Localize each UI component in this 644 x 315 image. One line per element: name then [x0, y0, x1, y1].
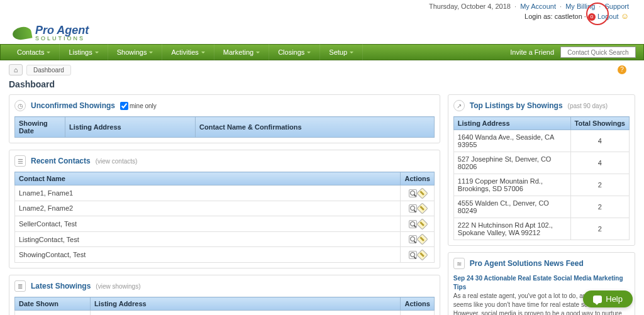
top-listings-title: Top Listings by Showings: [470, 101, 563, 110]
table-row: 527 Josephine St, Denver, CO 802064: [453, 152, 629, 174]
login-row: Login as: castleton · 0 Logout ☺: [0, 11, 644, 23]
recent-contacts-title: Recent Contacts: [31, 157, 91, 165]
table-row: ShowingContact, Test: [15, 247, 435, 263]
list-icon: ≣: [14, 280, 26, 292]
contact-name-cell: ShowingContact, Test: [15, 247, 401, 263]
news-title[interactable]: Sep 24 30 Actionable Real Estate Social …: [453, 274, 630, 292]
col-total-showings: Total Showings: [570, 117, 629, 130]
edit-icon[interactable]: [416, 234, 428, 245]
latest-showings-title: Latest Showings: [31, 282, 91, 290]
nav-contacts[interactable]: Contacts: [8, 44, 60, 60]
view-icon[interactable]: [409, 235, 417, 243]
nav-closings[interactable]: Closings: [269, 44, 320, 60]
total-cell: 2: [570, 174, 629, 196]
table-row: 1119 Copper Mountain Rd., Brookings, SD …: [453, 174, 629, 196]
chevron-down-icon: [47, 52, 50, 53]
edit-icon[interactable]: [416, 218, 428, 229]
nav-setup[interactable]: Setup: [320, 44, 363, 60]
table-row: 4555 Walden Ct., Denver, CO 802492: [453, 196, 629, 218]
col-contact-confirm: Contact Name & Confirmations: [196, 117, 435, 138]
nav-showings[interactable]: Showings: [108, 44, 163, 60]
address-cell: 222 N Hutchinson Rd Apt 102., Spokane Va…: [453, 218, 570, 240]
total-cell: 4: [570, 130, 629, 152]
main-nav: ContactsListingsShowingsActivitiesMarket…: [0, 44, 644, 60]
support-link[interactable]: Support: [604, 3, 629, 10]
help-label: Help: [606, 294, 623, 304]
edit-icon[interactable]: [416, 187, 428, 199]
table-row: Lname2, Fname2: [15, 201, 435, 216]
feedback-icon[interactable]: ☺: [621, 11, 629, 21]
logo-text-main: Pro Agent: [35, 25, 89, 36]
edit-icon[interactable]: [416, 203, 428, 214]
total-cell: 4: [570, 152, 629, 174]
latest-showings-table: Date Shown Listing Address Actions 10/5/…: [14, 297, 435, 315]
my-account-link[interactable]: My Account: [520, 3, 556, 10]
my-billing-link[interactable]: My Billing: [565, 3, 595, 10]
contact-name-cell: ListingContact, Test: [15, 231, 401, 247]
notification-badge[interactable]: 0: [588, 13, 596, 21]
chevron-down-icon: [149, 52, 153, 53]
top-listings-table: Listing Address Total Showings 1640 Wand…: [453, 116, 630, 240]
chevron-down-icon: [95, 52, 99, 53]
table-row: ListingContact, Test: [15, 231, 435, 247]
col-contact-name: Contact Name: [15, 172, 401, 185]
unconfirmed-table: Showing Date Listing Address Contact Nam…: [14, 116, 435, 138]
logout-link[interactable]: Logout: [597, 13, 619, 20]
person-icon: ☰: [14, 155, 26, 167]
contact-quick-search-input[interactable]: [560, 47, 636, 58]
latest-showings-panel: ≣ Latest Showings (view showings) Date S…: [9, 275, 440, 315]
invite-friend-link[interactable]: Invite a Friend: [510, 48, 554, 56]
chevron-down-icon: [307, 52, 311, 53]
top-listings-panel: ↗ Top Listings by Showings (past 90 days…: [448, 94, 635, 246]
view-contacts-link[interactable]: (view contacts): [96, 158, 138, 165]
logo-swoosh-icon: [11, 25, 32, 41]
chevron-down-icon: [201, 52, 205, 53]
breadcrumb-item[interactable]: Dashboard: [26, 65, 71, 75]
contact-name-cell: SellerContact, Test: [15, 216, 401, 232]
view-icon[interactable]: [409, 204, 417, 213]
clock-icon: ◷: [14, 100, 26, 111]
nav-listings[interactable]: Listings: [60, 44, 108, 60]
help-icon[interactable]: ?: [618, 65, 626, 74]
col-listing-address: Listing Address: [453, 117, 570, 130]
contact-name-cell: Lname2, Fname2: [15, 201, 401, 216]
chat-bubble-icon: [593, 296, 602, 303]
breadcrumb: ⌂ Dashboard ?: [9, 64, 635, 75]
recent-contacts-panel: ☰ Recent Contacts (view contacts) Contac…: [9, 150, 440, 268]
edit-icon[interactable]: [416, 249, 428, 260]
nav-activities[interactable]: Activities: [162, 44, 214, 60]
address-cell: 4555 Walden Ct., Denver, CO 80249: [453, 196, 570, 218]
col-actions: Actions: [401, 172, 434, 185]
top-listings-sub: (past 90 days): [568, 102, 608, 109]
view-icon[interactable]: [409, 189, 417, 197]
table-row: SellerContact, Test: [15, 216, 435, 232]
col-listing-address: Listing Address: [91, 297, 401, 311]
help-widget[interactable]: Help: [583, 290, 633, 307]
view-showings-link[interactable]: (view showings): [96, 283, 140, 290]
table-row: 1640 Wanda Ave., Seaside, CA 939554: [453, 130, 629, 152]
nav-marketing[interactable]: Marketing: [214, 44, 269, 60]
chart-icon: ↗: [453, 100, 465, 111]
page-title: Dashboard: [9, 79, 635, 89]
total-cell: 2: [570, 218, 629, 240]
contact-name-cell: Lname1, Fname1: [15, 185, 401, 201]
col-showing-date: Showing Date: [15, 117, 65, 138]
total-cell: 2: [570, 196, 629, 218]
news-feed-title: Pro Agent Solutions News Feed: [470, 259, 584, 268]
login-as-text: Login as: castleton: [525, 13, 582, 20]
view-icon[interactable]: [409, 251, 417, 259]
logo[interactable]: Pro Agent SOLUTIONS: [13, 25, 89, 41]
top-info-bar: Thursday, October 4, 2018 · My Account ·…: [0, 0, 644, 11]
address-cell: 1119 Copper Mountain Rd., Brookings, SD …: [453, 174, 570, 196]
col-date-shown: Date Shown: [15, 297, 91, 311]
home-icon[interactable]: ⌂: [9, 64, 23, 75]
mine-only-label[interactable]: mine only: [120, 102, 157, 110]
date-cell: 10/5/2018 1:00:00 AM: [15, 311, 91, 315]
table-row: Lname1, Fname1: [15, 185, 435, 201]
logo-text-sub: SOLUTIONS: [35, 36, 89, 41]
chevron-down-icon: [350, 52, 353, 53]
col-actions: Actions: [401, 297, 434, 311]
mine-only-checkbox[interactable]: [120, 102, 128, 110]
view-icon[interactable]: [409, 220, 417, 228]
feed-icon: ≋: [453, 258, 465, 269]
